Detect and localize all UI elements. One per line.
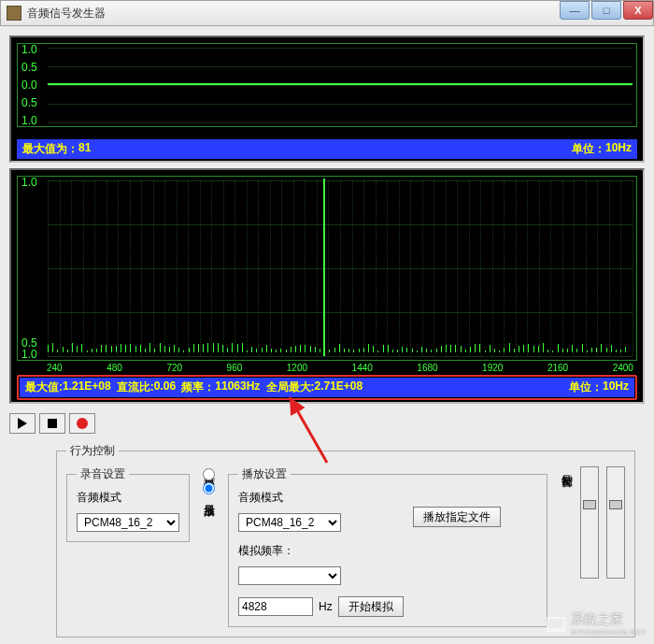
play-file-button[interactable]: 播放指定文件 — [413, 507, 501, 527]
record-button[interactable] — [69, 413, 95, 434]
spectrum-peak — [323, 179, 325, 356]
waveform-x-axis: 12345678910 — [17, 129, 637, 139]
play-button[interactable] — [9, 413, 36, 434]
waveform-panel: 1.0 0.5 0.0 0.5 1.0 12345678910 最大值为： 81… — [9, 36, 645, 163]
start-sim-button[interactable]: 开始模拟 — [338, 596, 404, 617]
watermark-text: 系统之家 — [571, 611, 647, 628]
waveform-max-value: 81 — [78, 141, 91, 157]
play-settings-legend: 播放设置 — [238, 466, 291, 482]
stop-button[interactable] — [39, 413, 65, 434]
maximize-button[interactable]: □ — [591, 1, 621, 20]
waveform-info-bar: 最大值为： 81 单位： 10Hz — [17, 139, 637, 159]
waveform-max-label: 最大值为： — [22, 141, 78, 157]
behavior-group: 行为控制 录音设置 音频模式 PCM48_16_2 录音显示 播放显示 播放设置 — [56, 443, 635, 637]
record-settings-legend: 录音设置 — [77, 466, 129, 482]
play-settings-group: 播放设置 音频模式 PCM48_16_2 模拟频率： Hz 开始模拟 — [228, 466, 547, 627]
play-icon — [18, 418, 27, 429]
spectrum-info-highlight: 最大值: 1.21E+08 直流比: 0.06 频率： 11063Hz 全局最大… — [17, 375, 637, 400]
record-mode-label: 音频模式 — [77, 490, 179, 506]
waveform-unit-value: 10Hz — [605, 141, 632, 157]
play-display-radio[interactable] — [203, 482, 215, 494]
close-button[interactable]: X — [623, 1, 653, 20]
record-icon — [77, 418, 88, 429]
waveform-trace — [48, 83, 633, 85]
watermark-logo-icon — [547, 617, 565, 632]
waveform-y-labels: 1.0 0.5 0.0 0.5 1.0 — [21, 44, 46, 126]
spectrum-y-labels: 1.0 0.5 1.0 — [21, 177, 46, 360]
spectrum-panel: 1.0 0.5 1.0 2404807209601200144016801920… — [9, 168, 645, 404]
window-title: 音频信号发生器 — [27, 6, 558, 21]
volume-slider-right[interactable] — [606, 466, 625, 579]
app-icon — [7, 6, 21, 21]
play-mode-label: 音频模式 — [238, 490, 404, 506]
volume-slider-left[interactable] — [580, 466, 599, 579]
spectrum-x-axis: 240480720960120014401680192021602400 — [17, 363, 637, 373]
transport-bar — [9, 409, 645, 443]
minimize-button[interactable]: — — [560, 1, 590, 20]
sim-freq-label: 模拟频率： — [238, 543, 404, 559]
hz-label: Hz — [319, 600, 333, 613]
behavior-legend: 行为控制 — [66, 443, 119, 459]
play-mode-select[interactable]: PCM48_16_2 — [238, 513, 341, 532]
display-toggle: 录音显示 播放显示 — [201, 466, 217, 496]
record-display-radio[interactable] — [203, 468, 215, 480]
watermark: 系统之家 XITONGZHIJIA.NET — [547, 611, 647, 637]
record-mode-select[interactable]: PCM48_16_2 — [77, 513, 179, 532]
spectrum-info-bar: 最大值: 1.21E+08 直流比: 0.06 频率： 11063Hz 全局最大… — [20, 378, 634, 397]
spectrum-plot: 1.0 0.5 1.0 — [17, 176, 637, 361]
stop-icon — [48, 419, 57, 428]
sim-freq-input[interactable] — [238, 597, 313, 616]
record-settings-group: 录音设置 音频模式 PCM48_16_2 — [66, 466, 190, 542]
watermark-sub: XITONGZHIJIA.NET — [571, 628, 647, 637]
sim-freq-select[interactable] — [238, 566, 341, 585]
waveform-plot: 1.0 0.5 0.0 0.5 1.0 — [17, 43, 637, 127]
window-titlebar: 音频信号发生器 — □ X — [0, 0, 654, 26]
waveform-unit-label: 单位： — [572, 141, 605, 157]
